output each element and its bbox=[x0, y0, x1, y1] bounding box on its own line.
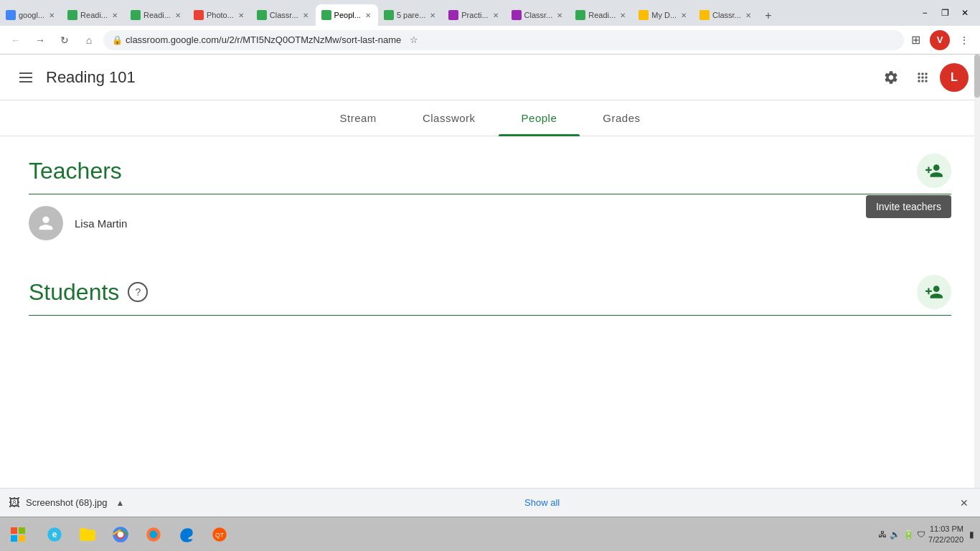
scrollbar-thumb[interactable] bbox=[974, 55, 980, 98]
close-button[interactable]: ✕ bbox=[956, 4, 974, 22]
taskbar-right: 🖧 🔊 🔋 🛡 11:03 PM 7/22/2020 ▮ bbox=[878, 524, 980, 545]
tab-close-4[interactable]: ✕ bbox=[237, 10, 245, 21]
invite-teachers-tooltip: Invite teachers bbox=[866, 195, 951, 218]
maximize-button[interactable]: ❐ bbox=[936, 4, 954, 22]
invite-teachers-button[interactable] bbox=[917, 154, 951, 188]
tab-4[interactable]: Photo... ✕ bbox=[188, 4, 251, 26]
taskbar-chrome[interactable] bbox=[105, 519, 136, 550]
students-section-header: Students ? bbox=[29, 275, 951, 309]
scrollbar-track[interactable] bbox=[974, 55, 980, 488]
tab-close-3[interactable]: ✕ bbox=[174, 10, 182, 21]
app-container: Reading 101 L Stream Classwork People bbox=[0, 55, 980, 488]
teacher-avatar bbox=[29, 206, 63, 240]
settings-icon-btn[interactable] bbox=[877, 63, 905, 92]
download-bar: 🖼 Screenshot (68).jpg ▲ Show all ✕ bbox=[0, 488, 980, 517]
battery-icon: 🔋 bbox=[903, 529, 914, 540]
show-all-button[interactable]: Show all bbox=[519, 494, 565, 511]
tab-grades[interactable]: Grades bbox=[580, 100, 663, 136]
tab-3[interactable]: Readi... ✕ bbox=[125, 4, 188, 26]
minimize-button[interactable]: − bbox=[915, 4, 934, 22]
tab-11[interactable]: My D... ✕ bbox=[633, 4, 694, 26]
tab-close-7[interactable]: ✕ bbox=[428, 10, 437, 21]
taskbar-quicktime[interactable]: QT bbox=[204, 519, 235, 550]
reload-button[interactable]: ↻ bbox=[55, 30, 75, 50]
star-icon[interactable]: ☆ bbox=[407, 33, 421, 47]
forward-button[interactable]: → bbox=[30, 30, 50, 50]
user-avatar[interactable]: L bbox=[940, 63, 969, 92]
browser-tabs: googl... ✕ Readi... ✕ Readi... ✕ Photo..… bbox=[0, 0, 915, 26]
back-button[interactable]: ← bbox=[6, 30, 26, 50]
tab-2[interactable]: Readi... ✕ bbox=[62, 4, 125, 26]
tab-close-8[interactable]: ✕ bbox=[491, 10, 500, 21]
download-filename: Screenshot (68).jpg bbox=[26, 497, 107, 508]
address-input[interactable]: 🔒 classroom.google.com/u/2/r/MTI5NzQ0OTM… bbox=[103, 30, 904, 50]
tab-close-2[interactable]: ✕ bbox=[110, 10, 119, 21]
start-button[interactable] bbox=[0, 517, 36, 552]
tab-close-10[interactable]: ✕ bbox=[618, 10, 627, 21]
tab-close-1[interactable]: ✕ bbox=[47, 10, 56, 21]
tab-close-9[interactable]: ✕ bbox=[555, 10, 564, 21]
new-tab-button[interactable]: + bbox=[758, 6, 778, 26]
svg-rect-1 bbox=[19, 77, 32, 78]
tab-1[interactable]: googl... ✕ bbox=[0, 4, 62, 26]
tab-12[interactable]: Classr... ✕ bbox=[694, 4, 758, 26]
svg-rect-5 bbox=[11, 535, 17, 542]
tab-8[interactable]: Practi... ✕ bbox=[443, 4, 505, 26]
tab-close-11[interactable]: ✕ bbox=[679, 10, 688, 21]
students-title-row: Students ? bbox=[29, 279, 148, 306]
taskbar-edge[interactable] bbox=[171, 519, 202, 550]
tab-6[interactable]: Peopl... ✕ bbox=[316, 4, 378, 26]
header-actions: L bbox=[877, 63, 969, 92]
svg-rect-0 bbox=[19, 72, 32, 74]
tab-7[interactable]: 5 pare... ✕ bbox=[378, 4, 443, 26]
svg-text:e: e bbox=[52, 529, 57, 540]
volume-icon: 🔊 bbox=[890, 529, 900, 540]
tab-10[interactable]: Readi... ✕ bbox=[570, 4, 633, 26]
browser-chrome: googl... ✕ Readi... ✕ Readi... ✕ Photo..… bbox=[0, 0, 980, 55]
teacher-name: Lisa Martin bbox=[75, 217, 127, 230]
svg-point-11 bbox=[118, 531, 124, 537]
tab-label-7: 5 pare... bbox=[397, 11, 425, 19]
invite-students-button[interactable] bbox=[917, 275, 951, 309]
svg-rect-2 bbox=[19, 81, 32, 83]
tab-classwork[interactable]: Classwork bbox=[400, 100, 499, 136]
tab-label-9: Classr... bbox=[524, 11, 553, 19]
teacher-item: Lisa Martin bbox=[29, 194, 951, 252]
nav-tabs: Stream Classwork People Grades bbox=[0, 100, 980, 136]
show-desktop-icon[interactable]: ▮ bbox=[969, 529, 974, 540]
teachers-title: Teachers bbox=[29, 158, 122, 184]
tab-label-4: Photo... bbox=[207, 11, 234, 19]
date-text: 7/22/2020 bbox=[928, 534, 963, 545]
tab-9[interactable]: Classr... ✕ bbox=[506, 4, 570, 26]
help-icon[interactable]: ? bbox=[128, 282, 148, 302]
teachers-section-header: Teachers Invite teachers bbox=[29, 154, 951, 188]
tab-close-5[interactable]: ✕ bbox=[301, 10, 310, 21]
browser-profile-avatar[interactable]: V bbox=[930, 30, 950, 50]
extensions-icon[interactable]: ⊞ bbox=[908, 33, 923, 47]
apps-icon-btn[interactable] bbox=[908, 63, 937, 92]
time-text: 11:03 PM bbox=[928, 524, 963, 534]
download-close-button[interactable]: ✕ bbox=[957, 494, 971, 512]
svg-rect-6 bbox=[19, 535, 25, 542]
security-icon: 🛡 bbox=[917, 529, 925, 540]
taskbar-ie[interactable]: e bbox=[39, 519, 70, 550]
download-chevron-icon[interactable]: ▲ bbox=[113, 495, 127, 511]
svg-point-13 bbox=[150, 530, 158, 538]
tab-label-11: My D... bbox=[651, 11, 677, 19]
tab-people[interactable]: People bbox=[499, 100, 580, 136]
tab-label-8: Practi... bbox=[461, 11, 488, 19]
tab-5[interactable]: Classr... ✕ bbox=[251, 4, 316, 26]
home-button[interactable]: ⌂ bbox=[79, 30, 99, 50]
browser-menu-button[interactable]: ⋮ bbox=[954, 30, 974, 50]
tab-label-1: googl... bbox=[19, 11, 44, 19]
address-icons: ☆ bbox=[407, 33, 421, 47]
hamburger-menu[interactable] bbox=[11, 63, 40, 92]
tab-stream[interactable]: Stream bbox=[317, 100, 400, 136]
tab-close-12[interactable]: ✕ bbox=[744, 10, 753, 21]
taskbar-firefox[interactable] bbox=[138, 519, 169, 550]
svg-text:QT: QT bbox=[215, 532, 225, 539]
taskbar-files[interactable] bbox=[72, 519, 103, 550]
tab-close-6[interactable]: ✕ bbox=[364, 10, 372, 21]
address-text: classroom.google.com/u/2/r/MTI5NzQ0OTMzN… bbox=[126, 34, 401, 45]
taskbar: e bbox=[0, 517, 980, 551]
